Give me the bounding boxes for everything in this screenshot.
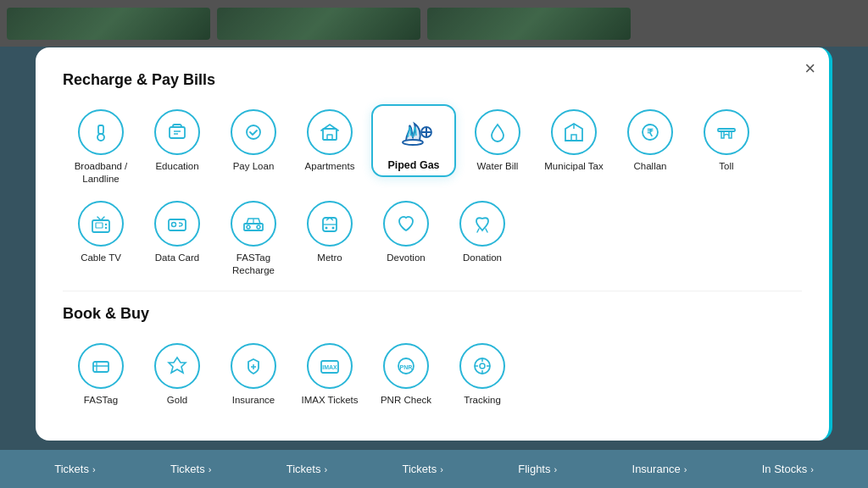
item-fastag-recharge[interactable]: FASTagRecharge <box>215 196 292 282</box>
bottom-link-in-stocks[interactable]: In Stocks › <box>762 463 814 475</box>
item-metro[interactable]: Metro <box>292 196 368 282</box>
svg-text:IMAX: IMAX <box>322 364 337 370</box>
bottom-link-tickets-2[interactable]: Tickets › <box>170 463 211 475</box>
label-pnr-check: PNR Check <box>381 394 431 407</box>
item-cable-tv[interactable]: Cable TV <box>63 196 139 282</box>
svg-rect-18 <box>729 131 732 138</box>
icon-data-card <box>154 201 200 247</box>
bottom-link-tickets-1[interactable]: Tickets › <box>54 463 95 475</box>
icon-challan: ₹ <box>627 109 673 155</box>
recharge-pay-bills-grid: Broadband /Landline Education <box>63 104 802 282</box>
svg-point-21 <box>105 224 107 225</box>
icon-fastag <box>78 343 124 389</box>
modal-overlay: × Recharge & Pay Bills Broadband /Landli… <box>0 0 868 488</box>
item-piped-gas-selected[interactable]: Piped Gas <box>371 104 456 191</box>
label-water-bill: Water Bill <box>477 160 519 173</box>
modal-container: × Recharge & Pay Bills Broadband /Landli… <box>36 47 832 441</box>
svg-rect-17 <box>721 131 724 138</box>
bottom-link-tickets-3[interactable]: Tickets › <box>287 463 327 475</box>
item-imax-tickets[interactable]: IMAX IMAX Tickets <box>292 338 368 412</box>
close-button[interactable]: × <box>804 59 815 78</box>
item-pay-loan[interactable]: Pay Loan <box>215 104 292 191</box>
icon-education <box>154 109 200 155</box>
svg-point-26 <box>247 225 250 229</box>
bottom-link-flights[interactable]: Flights › <box>518 463 557 475</box>
icon-pnr-check: PNR <box>383 343 429 389</box>
item-pnr-check[interactable]: PNR PNR Check <box>368 338 444 412</box>
item-water-bill[interactable]: Water Bill <box>459 104 536 191</box>
svg-rect-13 <box>571 135 576 141</box>
label-broadband-landline: Broadband /Landline <box>75 160 128 186</box>
item-fastag[interactable]: FASTag <box>63 338 139 412</box>
icon-water-bill <box>475 109 520 155</box>
icon-devotion <box>383 201 429 247</box>
piped-gas-wrapper[interactable]: Piped Gas <box>371 104 456 177</box>
bottom-link-insurance[interactable]: Insurance › <box>632 463 687 475</box>
icon-tracking <box>459 343 505 389</box>
label-gold: Gold <box>167 394 187 407</box>
icon-municipal-tax <box>551 109 597 155</box>
icon-metro <box>307 201 353 247</box>
icon-cable-tv <box>78 201 124 247</box>
arrow-icon-5: › <box>554 464 557 474</box>
svg-point-9 <box>403 140 423 145</box>
bottom-link-tickets-1-label: Tickets <box>54 463 89 475</box>
arrow-icon-1: › <box>92 464 96 474</box>
label-municipal-tax: Municipal Tax <box>544 160 603 173</box>
bottom-link-flights-label: Flights <box>518 463 550 475</box>
bottom-link-in-stocks-label: In Stocks <box>762 463 807 475</box>
label-devotion: Devotion <box>387 252 425 264</box>
label-donation: Donation <box>463 252 502 264</box>
label-metro: Metro <box>317 252 342 264</box>
bottom-link-tickets-2-label: Tickets <box>170 463 205 475</box>
label-cable-tv: Cable TV <box>81 252 121 264</box>
section2-title: Book & Buy <box>63 305 802 323</box>
icon-pay-loan <box>231 109 276 155</box>
label-fastag-recharge: FASTagRecharge <box>232 252 275 277</box>
svg-text:₹: ₹ <box>647 127 654 139</box>
icon-gold <box>154 343 200 389</box>
svg-point-22 <box>105 227 107 229</box>
svg-point-44 <box>480 363 485 369</box>
icon-imax-tickets: IMAX <box>307 343 353 389</box>
label-challan: Challan <box>634 160 667 173</box>
icon-piped-gas <box>387 109 441 155</box>
item-apartments[interactable]: Apartments <box>292 104 368 191</box>
label-imax-tickets: IMAX Tickets <box>301 394 358 407</box>
book-buy-grid: FASTag Gold <box>63 338 802 412</box>
svg-rect-1 <box>98 125 103 134</box>
icon-donation <box>459 201 505 247</box>
item-education[interactable]: Education <box>139 104 215 191</box>
icon-fastag-recharge <box>231 201 276 247</box>
icon-toll <box>704 109 749 155</box>
item-municipal-tax[interactable]: Municipal Tax <box>536 104 612 191</box>
bottom-link-insurance-label: Insurance <box>632 463 681 475</box>
item-data-card[interactable]: Data Card <box>139 196 215 282</box>
section1-title: Recharge & Pay Bills <box>63 71 802 89</box>
item-toll[interactable]: Toll <box>688 104 765 191</box>
item-challan[interactable]: ₹ Challan <box>612 104 688 191</box>
svg-rect-3 <box>170 127 185 138</box>
item-tracking[interactable]: Tracking <box>444 338 520 412</box>
icon-insurance <box>231 343 276 389</box>
item-broadband-landline[interactable]: Broadband /Landline <box>63 104 139 191</box>
arrow-icon-3: › <box>324 464 327 474</box>
bottom-link-tickets-4[interactable]: Tickets › <box>402 463 442 475</box>
arrow-icon-2: › <box>209 464 212 474</box>
bottom-link-tickets-3-label: Tickets <box>287 463 321 475</box>
label-pay-loan: Pay Loan <box>233 160 275 173</box>
bottom-link-tickets-4-label: Tickets <box>402 463 437 475</box>
label-tracking: Tracking <box>464 394 501 407</box>
svg-point-24 <box>172 223 176 227</box>
item-devotion[interactable]: Devotion <box>368 196 444 282</box>
item-gold[interactable]: Gold <box>139 338 215 412</box>
item-insurance[interactable]: Insurance <box>215 338 292 412</box>
section-divider <box>63 291 802 291</box>
icon-apartments <box>307 109 353 155</box>
svg-rect-16 <box>718 129 735 131</box>
svg-point-31 <box>332 227 335 230</box>
arrow-icon-4: › <box>440 464 443 474</box>
item-donation[interactable]: Donation <box>444 196 520 282</box>
label-insurance: Insurance <box>232 394 275 407</box>
bottom-bar: Tickets › Tickets › Tickets › Tickets › … <box>0 450 868 488</box>
